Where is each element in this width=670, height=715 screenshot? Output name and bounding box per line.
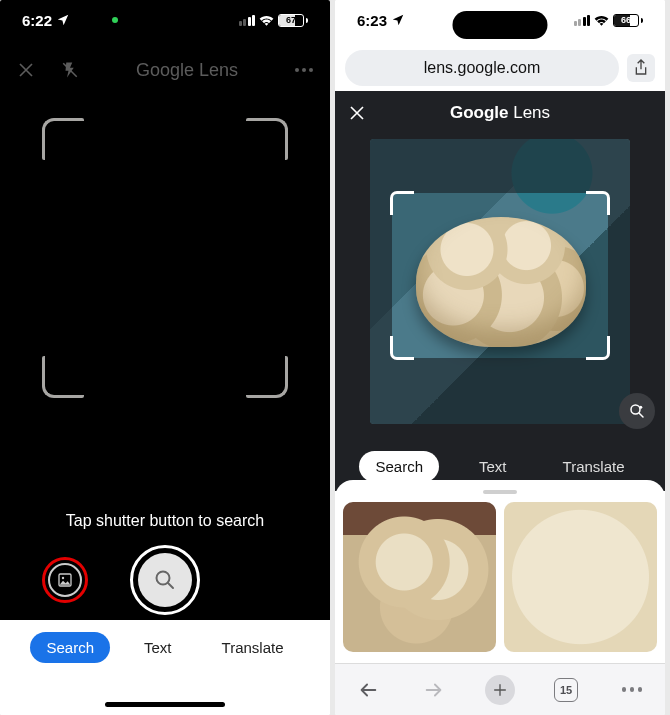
camera-controls (0, 540, 330, 620)
viewfinder-frame (42, 118, 288, 398)
phone-right: 6:23 66 lens.google.com (335, 0, 665, 715)
plus-icon (492, 682, 508, 698)
home-indicator[interactable] (105, 702, 225, 707)
result-card[interactable] (504, 502, 657, 652)
location-icon (391, 13, 405, 27)
wifi-icon (594, 14, 609, 26)
battery-level: 66 (621, 15, 631, 25)
lens-search-fab[interactable] (619, 393, 655, 429)
tab-translate[interactable]: Translate (547, 451, 641, 482)
close-icon[interactable] (345, 101, 369, 125)
battery-level: 67 (286, 15, 296, 25)
camera-active-dot (112, 17, 118, 23)
sheet-drag-handle[interactable] (483, 490, 517, 494)
svg-point-1 (62, 577, 64, 579)
mode-tabs: Search Text Translate (30, 632, 299, 663)
battery-icon: 66 (613, 14, 643, 27)
forward-button[interactable] (419, 675, 449, 705)
analyzed-image[interactable] (370, 139, 630, 424)
tabs-button[interactable]: 15 (551, 675, 581, 705)
dynamic-island (453, 11, 548, 39)
location-icon (56, 13, 70, 27)
more-button[interactable] (617, 675, 647, 705)
lens-header: Google Lens (0, 50, 330, 90)
wifi-icon (259, 14, 274, 26)
tab-search[interactable]: Search (359, 451, 439, 482)
search-icon (153, 568, 177, 592)
hint-text: Tap shutter button to search (0, 512, 330, 530)
status-bar: 6:22 67 (0, 0, 330, 40)
svg-point-3 (631, 405, 640, 414)
url-text: lens.google.com (424, 59, 541, 77)
status-time: 6:23 (357, 12, 387, 29)
results-sheet[interactable] (335, 480, 665, 663)
lens-header: Google Lens (335, 91, 665, 135)
cellular-icon (574, 15, 590, 26)
app-title: Google Lens (450, 103, 550, 123)
url-field[interactable]: lens.google.com (345, 50, 619, 86)
safari-toolbar: 15 (335, 663, 665, 715)
close-icon[interactable] (14, 58, 38, 82)
shutter-button[interactable] (130, 545, 200, 615)
share-button[interactable] (627, 54, 655, 82)
tab-text[interactable]: Text (128, 632, 188, 663)
crop-handles[interactable] (392, 193, 608, 358)
open-tabs-count: 15 (560, 684, 572, 696)
lens-panel: Google Lens Search Text Translate (335, 91, 665, 491)
cellular-icon (239, 15, 255, 26)
svg-point-4 (639, 406, 642, 409)
phone-left: 6:22 67 Google Lens (0, 0, 330, 715)
result-card[interactable] (343, 502, 496, 652)
tab-text[interactable]: Text (463, 451, 523, 482)
tab-translate[interactable]: Translate (206, 632, 300, 663)
new-tab-button[interactable] (485, 675, 515, 705)
results-grid (343, 502, 657, 652)
status-time: 6:22 (22, 12, 52, 29)
gallery-button[interactable] (42, 557, 88, 603)
battery-icon: 67 (278, 14, 308, 27)
flash-off-icon[interactable] (58, 58, 82, 82)
app-title: Google Lens (136, 60, 238, 81)
footer: Search Text Translate (0, 620, 330, 715)
browser-address-bar: lens.google.com (335, 45, 665, 91)
more-icon[interactable] (292, 58, 316, 82)
back-button[interactable] (353, 675, 383, 705)
tab-search[interactable]: Search (30, 632, 110, 663)
image-icon (57, 572, 73, 588)
